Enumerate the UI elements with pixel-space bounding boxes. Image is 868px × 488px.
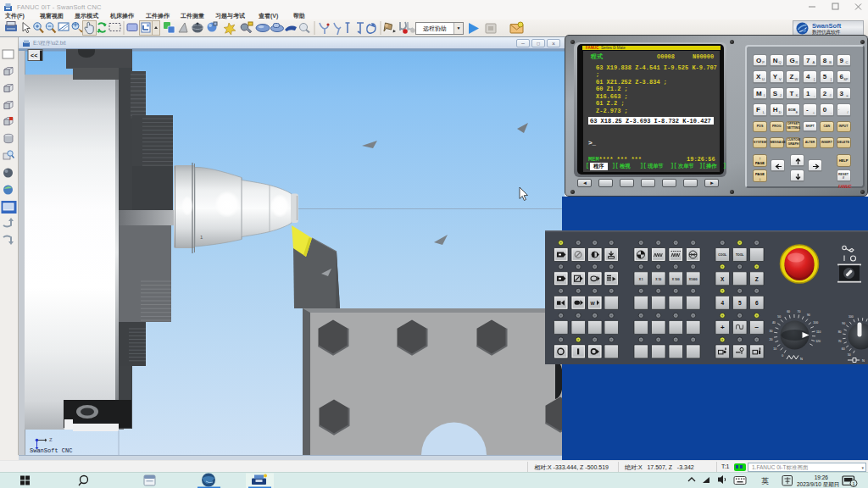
svg-text:50: 50 (777, 315, 781, 319)
svg-text:5: 5 (738, 300, 742, 306)
svg-text:90: 90 (807, 313, 810, 317)
svg-text:110: 110 (816, 330, 821, 334)
svg-text:X 10: X 10 (655, 278, 661, 281)
svg-text:6: 6 (755, 300, 759, 306)
svg-text:60: 60 (787, 310, 790, 313)
svg-text:X: X (721, 276, 725, 282)
svg-text:Z: Z (755, 276, 759, 282)
svg-text:90: 90 (842, 322, 845, 325)
svg-text:10: 10 (773, 347, 776, 351)
svg-text:60: 60 (842, 347, 845, 351)
svg-text:1: 1 (853, 481, 855, 486)
svg-text:<<: << (31, 53, 37, 59)
svg-text:120: 120 (815, 340, 821, 343)
svg-text:100: 100 (813, 321, 818, 324)
svg-text:0: 0 (782, 354, 783, 358)
svg-text:30: 30 (770, 330, 773, 333)
svg-text:X1000: X1000 (689, 278, 698, 281)
svg-text:N: N (800, 357, 803, 361)
svg-text:N: N (862, 358, 865, 363)
svg-text:+: + (721, 324, 725, 331)
svg-text:100: 100 (849, 315, 854, 319)
svg-text:4: 4 (721, 300, 724, 306)
svg-text:X 100: X 100 (672, 278, 680, 281)
svg-text:SwanSoft CNC: SwanSoft CNC (30, 447, 72, 454)
svg-text:20: 20 (770, 338, 773, 341)
svg-text:80: 80 (838, 330, 842, 334)
svg-text:40: 40 (772, 321, 776, 324)
svg-text:70: 70 (838, 340, 842, 343)
svg-text:70: 70 (798, 310, 801, 313)
svg-text:X 1: X 1 (639, 278, 643, 281)
svg-text:−: − (754, 324, 759, 331)
svg-text:W: W (591, 301, 596, 306)
svg-text:TOOL: TOOL (736, 253, 743, 257)
svg-text:Z: Z (49, 437, 53, 443)
svg-text:50: 50 (848, 353, 851, 357)
svg-text:COOL: COOL (718, 253, 726, 257)
